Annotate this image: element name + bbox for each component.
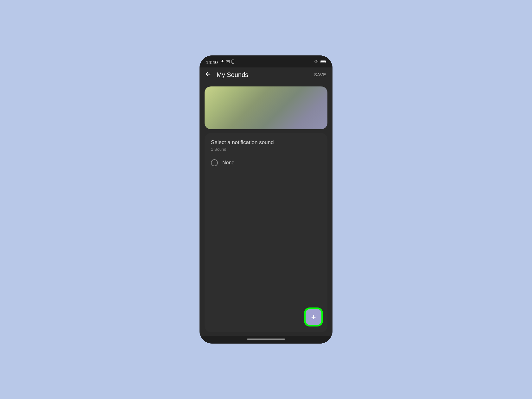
content-area: Select a notification sound 1 Sound None… <box>200 83 332 336</box>
back-button[interactable] <box>205 71 212 79</box>
battery-icon <box>320 59 326 65</box>
fab-container: + <box>305 308 322 326</box>
svg-rect-3 <box>232 63 233 63</box>
gmail-icon <box>226 60 230 65</box>
page-title: My Sounds <box>217 71 314 79</box>
home-bar <box>247 339 285 340</box>
save-button[interactable]: SAVE <box>314 72 326 77</box>
status-right <box>314 59 326 65</box>
svg-rect-5 <box>326 61 326 62</box>
sound-card-subtitle: 1 Sound <box>211 147 321 152</box>
top-bar: My Sounds SAVE <box>200 67 332 83</box>
sound-card-title: Select a notification sound <box>211 139 321 146</box>
home-indicator <box>200 336 332 344</box>
status-icons-left <box>220 60 235 65</box>
svg-rect-0 <box>221 63 224 63</box>
add-sound-button[interactable]: + <box>305 308 322 326</box>
gradient-card <box>205 86 327 129</box>
svg-rect-6 <box>321 61 325 62</box>
phone-frame: 14:40 <box>200 55 332 344</box>
sound-card: Select a notification sound 1 Sound None… <box>205 133 327 332</box>
status-left: 14:40 <box>206 60 235 65</box>
phone-icon <box>231 60 235 65</box>
radio-label-none: None <box>222 160 234 166</box>
status-time: 14:40 <box>206 60 218 65</box>
status-bar: 14:40 <box>200 55 332 67</box>
wifi-icon <box>314 59 319 65</box>
plus-icon: + <box>311 313 316 321</box>
radio-option-none[interactable]: None <box>211 158 321 168</box>
download-icon <box>220 60 225 65</box>
radio-circle-none <box>211 159 218 166</box>
